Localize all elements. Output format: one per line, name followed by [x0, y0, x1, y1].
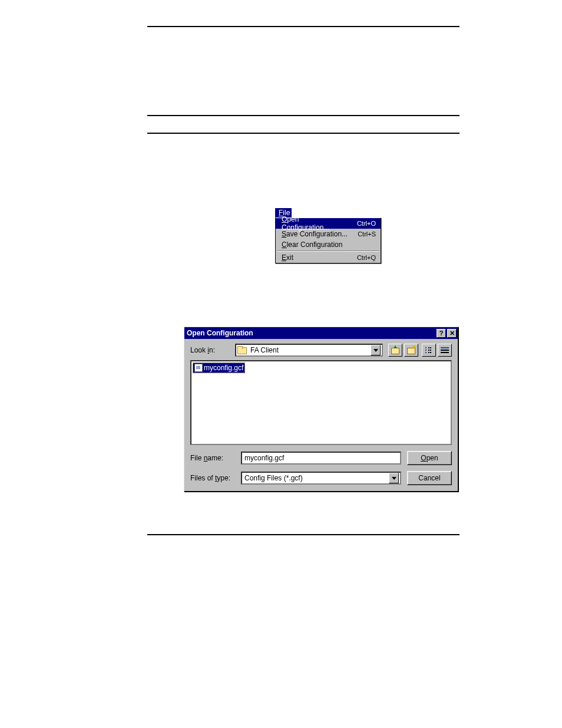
menu-item-exit[interactable]: Exit Ctrl+Q [276, 252, 381, 263]
dialog-title: Open Configuration [187, 329, 435, 337]
divider [147, 133, 459, 134]
divider [147, 534, 459, 535]
folder-icon [237, 346, 247, 354]
menu-separator [277, 251, 379, 252]
menu-item-clear-configuration[interactable]: Clear Configuration [276, 239, 381, 250]
list-view-button[interactable] [422, 344, 436, 357]
look-in-value: FA Client [250, 346, 279, 354]
help-button[interactable]: ? [437, 329, 446, 338]
close-button[interactable]: ✕ [447, 329, 457, 338]
dropdown-button[interactable] [371, 345, 381, 355]
shortcut-label: Ctrl+Q [357, 254, 376, 261]
look-in-combo[interactable]: FA Client [235, 344, 383, 357]
titlebar: Open Configuration ? ✕ [184, 327, 458, 339]
open-configuration-dialog: Open Configuration ? ✕ Look in: FA Clien… [184, 327, 458, 492]
cancel-button[interactable]: Cancel [407, 471, 452, 485]
menu-item-open-configuration[interactable]: Open Configuration... Ctrl+O [276, 218, 381, 229]
document-icon [194, 364, 203, 372]
details-view-button[interactable] [438, 344, 452, 357]
files-of-type-value: Config Files (*.gcf) [244, 474, 303, 482]
new-folder-button[interactable] [404, 344, 418, 357]
files-of-type-label: Files of type: [190, 474, 241, 482]
menu-item-save-configuration[interactable]: Save Configuration... Ctrl+S [276, 229, 381, 239]
file-menu: File Open Configuration... Ctrl+O Save C… [275, 208, 381, 263]
divider [147, 115, 459, 116]
divider [147, 26, 459, 27]
shortcut-label: Ctrl+S [358, 230, 376, 238]
look-in-label: Look in: [190, 346, 235, 354]
dropdown-button[interactable] [389, 473, 399, 483]
file-name-input[interactable]: myconfig.gcf [241, 452, 401, 465]
open-button[interactable]: Open [407, 451, 452, 465]
file-menu-popup: Open Configuration... Ctrl+O Save Config… [275, 218, 381, 263]
file-name-label: File name: [190, 454, 241, 462]
files-of-type-select[interactable]: Config Files (*.gcf) [241, 472, 401, 485]
file-item[interactable]: myconfig.gcf [193, 363, 245, 373]
up-one-level-button[interactable] [388, 344, 402, 357]
file-item-name: myconfig.gcf [204, 364, 243, 372]
shortcut-label: Ctrl+O [357, 220, 376, 227]
file-list-pane[interactable]: myconfig.gcf [190, 360, 452, 445]
